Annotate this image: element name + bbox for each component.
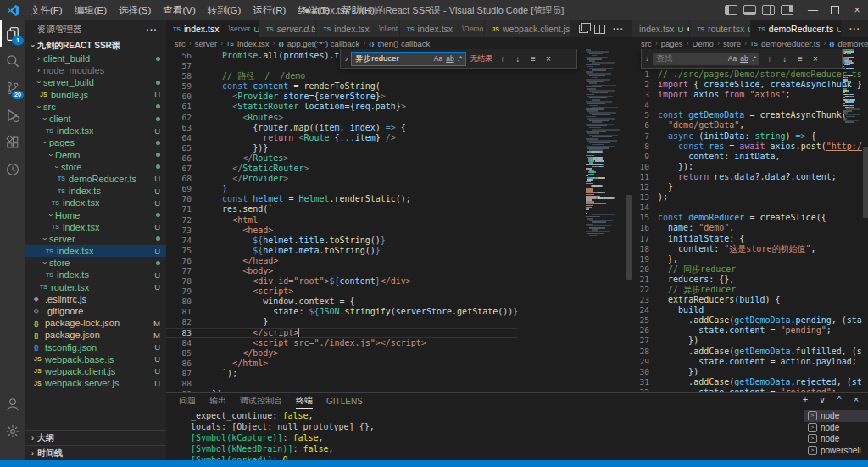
code-line-17[interactable]: 17 initialState: { (632, 234, 862, 244)
toggle-panel-icon[interactable] (743, 5, 756, 15)
tree-item-server_build[interactable]: ›server_build (25, 76, 166, 88)
code-line-68[interactable]: 68 </Provider> (166, 174, 518, 184)
tree-item-package-lock.json[interactable]: {}package-lock.jsonM (25, 317, 166, 329)
toggle-primary-sidebar-icon[interactable] (725, 5, 737, 15)
code-line-6[interactable]: 6 "demo/getData", (632, 120, 862, 131)
breadcrumb-item[interactable]: then() callback (377, 39, 430, 48)
find-in-selection-icon[interactable]: ≡ (527, 54, 538, 64)
code-line-14[interactable]: 14 (632, 203, 862, 213)
tree-item-client_build[interactable]: ›client_build (25, 53, 166, 64)
breadcrumb-item[interactable]: pages (661, 39, 683, 48)
code-line-86[interactable]: 86 </html> (166, 359, 518, 369)
code-line-16[interactable]: 16 name: "demo", (632, 223, 862, 233)
previous-match-icon[interactable]: ↑ (497, 54, 508, 64)
tab-index.tsx[interactable]: TSindex.tsx...\clientU (316, 20, 399, 37)
code-line-8[interactable]: 8 const res = await axios.post("http:/ (632, 142, 862, 152)
code-line-74[interactable]: 74 ${helmet.title.toString()} (166, 236, 518, 246)
code-line-23[interactable]: 23 extraReducers(build) { (632, 295, 862, 305)
code-line-88[interactable]: 88 (166, 379, 518, 389)
code-line-73[interactable]: 73 <head> (166, 225, 518, 236)
code-line-19[interactable]: 19 }, (632, 254, 862, 264)
tree-item-index.tsx[interactable]: TSindex.tsxU (25, 245, 166, 257)
code-line-63[interactable]: 63 {router.map((item, index) => { (166, 123, 518, 133)
code-line-20[interactable]: 20 // 同步reducer (632, 264, 862, 275)
tree-item-server[interactable]: ›server (25, 233, 166, 245)
panel-tab-GITLENS[interactable]: GITLENS (326, 393, 363, 409)
tree-item-index.tsx[interactable]: TSindex.tsxU (25, 125, 166, 136)
split-editor-icon[interactable] (594, 25, 605, 34)
tab-index.tsx[interactable]: TSindex.tsx...\DemoU (400, 20, 486, 37)
tab-server.d.ts[interactable]: TSserver.d.ts (259, 20, 317, 37)
status-bar[interactable] (0, 460, 868, 467)
code-line-64[interactable]: 64 return <Route {...item} /> (166, 133, 518, 143)
menu-selection[interactable]: 选择(S) (113, 0, 157, 20)
tree-item-webpack.client.js[interactable]: JSwebpack.client.jsU (25, 365, 166, 377)
code-line-5[interactable]: 5const getDemoData = createAsyncThunk( (632, 110, 862, 120)
match-case-icon[interactable]: Aa (434, 54, 442, 63)
code-line-15[interactable]: 15const demoReducer = createSlice({ (632, 213, 862, 223)
vertical-scrollbar[interactable] (626, 195, 632, 280)
panel-tab-调试控制台[interactable]: 调试控制台 (240, 393, 282, 409)
tree-item-webpack.base.js[interactable]: JSwebpack.base.jsU (25, 353, 166, 365)
terminal-output[interactable]: _expect_continue: false,locals: [Object:… (166, 409, 804, 460)
minimize-button[interactable]: — (802, 0, 824, 20)
whole-word-icon[interactable]: ab (446, 54, 453, 63)
tree-item-index.tsx[interactable]: TSindex.tsxU (25, 221, 166, 233)
code-line-30[interactable]: 30 }) (632, 367, 862, 377)
menu-run[interactable]: 运行(R) (247, 0, 292, 20)
close-find-icon[interactable]: × (542, 54, 554, 64)
tree-item-Demo[interactable]: ›Demo (25, 149, 166, 161)
tree-item-store[interactable]: ›store (25, 257, 166, 269)
code-line-29[interactable]: 29 state.content = action.payload; (632, 357, 862, 367)
code-line-58[interactable]: 58 // 路径 / /demo (166, 71, 518, 81)
code-line-9[interactable]: 9 content: initData, (632, 152, 862, 162)
close-find-icon[interactable]: × (810, 54, 821, 64)
tree-item-index.ts[interactable]: TSindex.tsU (25, 269, 166, 281)
explorer-more-actions-icon[interactable]: ··· (147, 25, 159, 35)
minimap[interactable] (843, 49, 865, 124)
explorer-icon[interactable]: 1 (0, 20, 25, 47)
tree-item-demoReducer.ts[interactable]: TSdemoReducer.tsU (25, 173, 166, 185)
code-line-85[interactable]: 85 </body> (166, 348, 518, 359)
maximize-panel-icon[interactable]: ^ (834, 394, 844, 404)
code-line-13[interactable]: 13); (632, 192, 862, 203)
find-collapse-icon[interactable]: › (345, 54, 348, 64)
code-line-11[interactable]: 11 return res.data?.data?.content; (632, 172, 862, 182)
code-line-87[interactable]: 87 `); (166, 369, 518, 379)
tab-demoReducer.ts[interactable]: TSdemoReducer.tsU× (751, 20, 842, 37)
next-match-icon[interactable]: ↓ (512, 54, 523, 64)
timeline-icon[interactable] (0, 156, 25, 183)
new-terminal-icon[interactable]: + (800, 394, 810, 404)
maximize-button[interactable] (824, 0, 846, 20)
find-input[interactable]: 异步reducerAaab.* (352, 53, 465, 65)
search-icon[interactable] (0, 47, 25, 75)
settings-icon[interactable] (0, 418, 25, 445)
close-panel-icon[interactable]: × (851, 394, 861, 404)
code-line-82[interactable]: 82 } (166, 317, 518, 327)
code-line-7[interactable]: 7 async (initData: string) => { (632, 131, 862, 142)
open-changes-icon[interactable] (579, 25, 588, 33)
code-line-1[interactable]: 1// ./src/pages/Demo/store/demoReducer.t… (632, 69, 862, 80)
find-in-selection-icon[interactable]: ≡ (794, 54, 805, 64)
code-line-66[interactable]: 66 </Routes> (166, 153, 518, 164)
code-line-62[interactable]: 62 <Routes> (166, 113, 518, 123)
code-line-60[interactable]: 60 <Provider store={serverStore}> (166, 92, 518, 102)
terminal-session-node[interactable]: >node (804, 422, 868, 434)
regex-icon[interactable]: .* (458, 54, 463, 63)
menu-view[interactable]: 查看(V) (157, 0, 201, 20)
code-line-2[interactable]: 2import { createSlice, createAsyncThunk … (632, 80, 862, 90)
panel-tab-输出[interactable]: 输出 (209, 393, 226, 409)
code-line-81[interactable]: 81 state: ${JSON.stringify(serverStore.g… (166, 307, 518, 317)
tree-item-tsconfig.json[interactable]: {}tsconfig.jsonU (25, 342, 166, 353)
workspace-root-folder[interactable]: › 九剑的REACT SSR课 (25, 39, 166, 53)
tree-item-.eslintrc.js[interactable]: ◆.eslintrc.js (25, 293, 166, 305)
code-line-80[interactable]: 80 window.context = { (166, 297, 518, 307)
code-line-69[interactable]: 69 ) (166, 184, 518, 194)
menu-file[interactable]: 文件(F) (25, 0, 69, 20)
code-line-78[interactable]: 78 <div id="root">${content}</div> (166, 276, 518, 286)
close-button[interactable]: × (846, 0, 868, 20)
tree-item-client[interactable]: ›client (25, 113, 166, 125)
code-line-3[interactable]: 3import axios from "axios"; (632, 90, 862, 100)
code-line-28[interactable]: 28 .addCase(getDemoData.fulfilled, (s (632, 347, 862, 357)
find-collapse-icon[interactable]: › (646, 54, 648, 64)
